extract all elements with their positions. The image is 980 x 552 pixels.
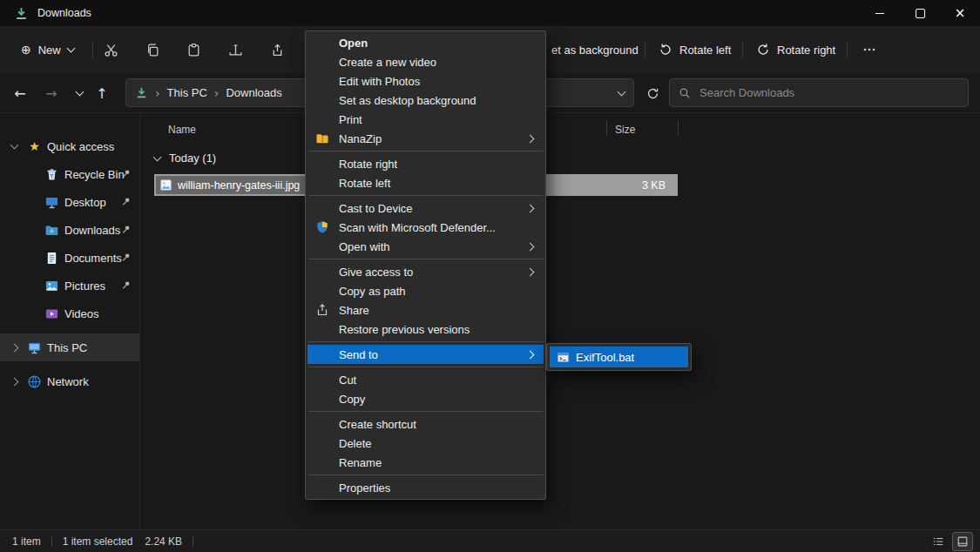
column-header-name[interactable]: Name (168, 124, 196, 136)
breadcrumb-chevron-icon: › (214, 86, 220, 100)
new-button[interactable]: ⊕ New (12, 36, 83, 64)
submenu-item-exiftool-bat[interactable]: ExifTool.bat (550, 347, 688, 367)
context-menu-item-restore-previous-versions[interactable]: Restore previous versions (308, 320, 544, 339)
menu-item-label: Rotate right (339, 158, 397, 171)
cut-button[interactable] (95, 36, 126, 64)
sidebar-item-label: Videos (64, 307, 99, 320)
sidebar-item-label: Network (47, 375, 89, 388)
menu-item-label: Create shortcut (339, 418, 416, 431)
thumbnail-view-icon (956, 535, 969, 548)
context-menu-item-cut[interactable]: Cut (308, 370, 544, 389)
context-menu-item-scan-with-microsoft-defender[interactable]: Scan with Microsoft Defender... (308, 218, 544, 237)
context-menu-item-properties[interactable]: Properties (308, 478, 544, 497)
context-menu-item-print[interactable]: Print (308, 110, 544, 129)
copy-button[interactable] (137, 36, 168, 64)
rotate-left-button[interactable]: Rotate left (652, 36, 738, 64)
window-controls: × (860, 0, 980, 26)
context-menu-item-open[interactable]: Open (308, 33, 544, 52)
jpg-file-icon (159, 178, 172, 192)
menu-item-label: Rotate left (339, 177, 390, 190)
see-more-button[interactable] (854, 36, 885, 64)
more-dots-icon (862, 43, 876, 57)
forward-button[interactable]: → (38, 80, 64, 106)
rotate-right-button[interactable]: Rotate right (749, 36, 842, 64)
context-menu-item-delete[interactable]: Delete (308, 434, 544, 453)
item-count: 1 item (12, 535, 41, 548)
column-header-size[interactable]: Size (615, 124, 635, 136)
context-menu-item-set-as-desktop-background[interactable]: Set as desktop background (308, 91, 544, 110)
paste-button[interactable] (178, 36, 209, 64)
share-button[interactable] (261, 36, 293, 64)
star-icon: ★ (27, 139, 42, 154)
exiftool-bat-icon (557, 351, 570, 364)
sidebar-item-pictures[interactable]: Pictures (0, 272, 139, 300)
context-menu-item-create-shortcut[interactable]: Create shortcut (308, 414, 544, 434)
context-menu-item-rename[interactable]: Rename (308, 453, 544, 472)
downloads-app-icon (14, 6, 29, 21)
context-menu-item-share[interactable]: Share (308, 300, 544, 320)
context-menu-item-rotate-left[interactable]: Rotate left (308, 173, 544, 192)
context-menu-item-nanazip[interactable]: NanaZip (308, 129, 544, 148)
menu-item-label: Copy as path (339, 285, 406, 298)
menu-separator (308, 259, 543, 259)
minimize-button[interactable] (860, 0, 900, 26)
downloads-location-icon (135, 86, 148, 99)
search-input[interactable] (698, 85, 959, 100)
sidebar-item-videos[interactable]: Videos (0, 300, 139, 327)
toolbar-separator (742, 41, 743, 58)
menu-separator (308, 411, 543, 412)
back-button[interactable]: ← (7, 80, 33, 106)
sidebar-item-quick-access[interactable]: ★ Quick access (0, 132, 139, 160)
menu-item-label: Delete (339, 437, 372, 450)
details-view-button[interactable] (928, 532, 949, 551)
sidebar-item-downloads[interactable]: Downloads (0, 216, 139, 244)
breadcrumb-downloads[interactable]: Downloads (226, 86, 281, 99)
maximize-button[interactable] (900, 0, 940, 26)
breadcrumb-chevron-icon: › (155, 86, 160, 100)
set-as-background-button[interactable]: et as background (551, 26, 639, 73)
context-menu-item-copy[interactable]: Copy (308, 389, 544, 408)
context-menu-item-open-with[interactable]: Open with (308, 237, 544, 256)
context-menu-item-cast-to-device[interactable]: Cast to Device (308, 199, 544, 218)
sidebar-item-recycle-bin[interactable]: Recycle Bin (0, 160, 139, 188)
breadcrumb-this-pc[interactable]: This PC (167, 86, 207, 99)
file-name-cell[interactable]: william-henry-gates-iii.jpg (156, 176, 307, 194)
sidebar-item-documents[interactable]: Documents (0, 244, 139, 272)
file-name: william-henry-gates-iii.jpg (178, 179, 300, 192)
address-dropdown-icon[interactable] (618, 87, 626, 96)
thumbnail-view-button[interactable] (952, 532, 973, 551)
menu-item-label: Cast to Device (339, 202, 413, 215)
context-menu-item-send-to[interactable]: Send to (308, 345, 544, 364)
sidebar-item-label: Recycle Bin (64, 168, 125, 181)
context-menu-item-give-access-to[interactable]: Give access to (308, 262, 544, 281)
submenu-arrow-icon (526, 134, 535, 143)
cut-icon (104, 43, 118, 57)
selection-count: 1 item selected (63, 535, 133, 548)
menu-item-label: Rename (339, 456, 382, 469)
menu-item-label: Copy (339, 393, 365, 406)
sidebar-item-desktop[interactable]: Desktop (0, 188, 139, 216)
close-icon: × (955, 7, 966, 20)
forward-icon: → (45, 85, 57, 102)
refresh-button[interactable] (639, 80, 666, 106)
rename-button[interactable] (220, 36, 251, 64)
menu-item-label: Create a new video (339, 56, 436, 69)
menu-item-label: Print (339, 113, 362, 126)
rotate-left-label: Rotate left (679, 44, 731, 57)
close-button[interactable]: × (940, 0, 980, 26)
submenu-arrow-icon (526, 267, 535, 276)
context-menu-item-rotate-right[interactable]: Rotate right (308, 154, 544, 173)
context-menu-item-edit-with-photos[interactable]: Edit with Photos (308, 71, 544, 91)
group-header-today[interactable]: Today (1) (154, 151, 216, 165)
sidebar-item-this-pc[interactable]: This PC (0, 333, 139, 361)
column-separator[interactable] (606, 120, 607, 136)
context-menu-item-create-a-new-video[interactable]: Create a new video (308, 52, 544, 71)
rotate-right-icon (756, 43, 770, 57)
context-menu-item-copy-as-path[interactable]: Copy as path (308, 281, 544, 300)
up-button[interactable]: ↑ (89, 80, 115, 106)
submenu-arrow-icon (526, 242, 535, 251)
sidebar-item-network[interactable]: Network (0, 367, 139, 395)
recycle-bin-icon (44, 167, 59, 182)
group-header-label: Today (1) (169, 151, 216, 165)
column-separator[interactable] (678, 120, 679, 136)
